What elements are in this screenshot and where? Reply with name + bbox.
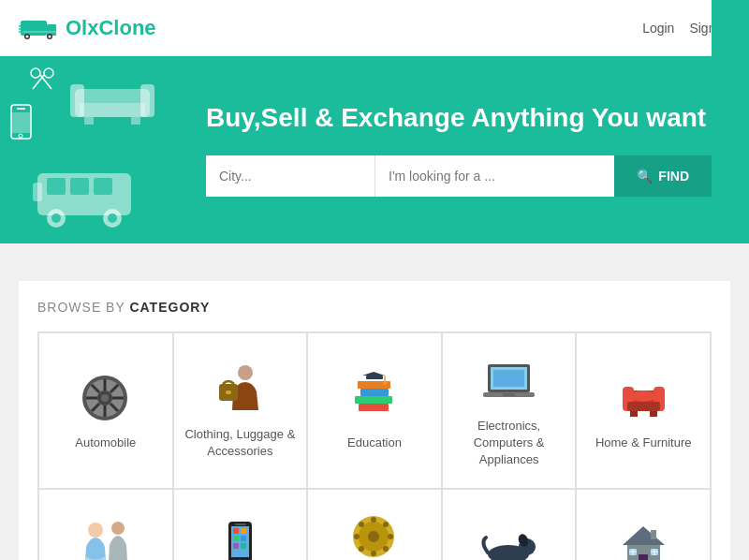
category-automobile[interactable]: Automobile [38,332,173,489]
svg-rect-25 [33,183,42,201]
svg-point-82 [368,531,379,542]
category-clothing[interactable]: Clothing, Luggage & Accessories [173,332,308,489]
movies-image [342,508,407,560]
svg-rect-77 [241,536,246,541]
category-real-estate[interactable]: Real Estate [576,489,711,560]
bag-icon [210,363,271,415]
svg-point-36 [101,394,109,402]
clothing-image [207,361,272,417]
sofa-icon [66,66,159,131]
svg-rect-72 [235,523,246,525]
svg-point-86 [388,534,393,539]
electronics-image [477,352,542,408]
svg-point-47 [226,391,231,394]
svg-point-11 [44,68,53,78]
svg-point-88 [383,546,389,552]
home-furniture-image [610,369,676,425]
pets-image [477,517,542,560]
svg-rect-52 [366,376,383,379]
banner-title: Buy,Sell & Exchange Anything You want [206,103,712,133]
category-home-furniture[interactable]: Home & Furniture [576,332,711,489]
category-mobile[interactable]: Mobile [173,489,308,560]
svg-rect-26 [47,178,66,195]
category-kids-baby[interactable]: Kids & Baby Zone [38,489,173,560]
svg-marker-53 [362,372,385,376]
kids-baby-image [73,517,139,560]
svg-point-87 [359,522,364,527]
category-movies[interactable]: Movies, Music & Gaming [307,489,442,560]
svg-rect-64 [627,402,660,411]
svg-rect-0 [21,21,47,36]
svg-rect-16 [12,112,30,133]
education-label: Education [347,435,402,451]
category-education[interactable]: Education [307,332,442,489]
books-icon [344,372,404,423]
svg-point-3 [26,35,29,37]
find-button[interactable]: 🔍 FIND [614,155,712,197]
svg-rect-76 [233,536,239,541]
svg-rect-28 [94,178,112,195]
banner-content: Buy,Sell & Exchange Anything You want 🔍 … [187,84,749,215]
logo: OlxClone [19,15,156,41]
categories-wrapper: BROWSE BY CATEGORY [0,243,749,560]
category-grid: Automobile Clothing, Luggage & Accessor [37,332,712,560]
education-image [342,369,407,425]
svg-point-10 [31,68,40,78]
svg-point-84 [371,551,376,556]
svg-rect-102 [651,530,656,539]
wheel-icon [75,372,136,423]
svg-rect-78 [233,543,239,549]
svg-rect-1 [47,24,56,36]
svg-rect-15 [17,108,25,110]
clothing-label: Clothing, Luggage & Accessories [184,426,298,460]
house-icon [613,519,674,560]
svg-rect-66 [650,411,657,417]
svg-rect-23 [131,117,140,125]
svg-point-68 [88,523,103,538]
mobile-icon [210,519,271,560]
svg-rect-27 [70,178,89,195]
login-link[interactable]: Login [642,21,674,36]
svg-rect-22 [84,117,94,125]
svg-rect-74 [233,528,239,534]
home-furniture-label: Home & Furniture [595,435,692,451]
laptop-icon [478,355,539,406]
mobile-image [207,517,272,560]
categories-section: BROWSE BY CATEGORY [19,281,730,560]
svg-point-89 [383,522,389,527]
svg-point-67 [630,391,656,402]
bus-icon [28,159,150,234]
svg-rect-75 [241,528,246,534]
header: OlxClone Login Signup [0,0,749,56]
svg-marker-98 [623,526,665,545]
automobile-image [73,369,139,425]
svg-rect-50 [355,396,392,404]
header-green-button[interactable] [712,0,749,56]
category-pets[interactable]: Pets [442,489,577,560]
search-input[interactable] [375,155,614,197]
search-icon: 🔍 [637,169,653,184]
svg-point-55 [383,381,387,385]
svg-point-5 [49,35,51,37]
logo-truck-icon [19,15,60,41]
svg-rect-65 [630,411,638,417]
svg-point-90 [359,546,364,552]
phone-icon [9,103,33,140]
category-electronics[interactable]: Electronics, Computers & Appliances [442,332,577,489]
automobile-label: Automobile [75,435,136,451]
svg-point-83 [371,517,376,523]
search-bar: 🔍 FIND [206,155,712,197]
svg-point-17 [19,134,22,138]
svg-rect-21 [80,103,145,117]
svg-rect-79 [241,543,246,549]
svg-rect-99 [639,554,648,560]
browse-title: BROWSE BY CATEGORY [37,300,712,315]
svg-rect-58 [493,370,524,387]
svg-rect-49 [360,389,389,396]
svg-point-69 [111,522,125,535]
svg-rect-60 [503,393,515,396]
svg-point-30 [51,214,61,223]
city-input[interactable] [206,155,374,197]
real-estate-image [610,517,676,560]
svg-point-85 [354,534,360,539]
